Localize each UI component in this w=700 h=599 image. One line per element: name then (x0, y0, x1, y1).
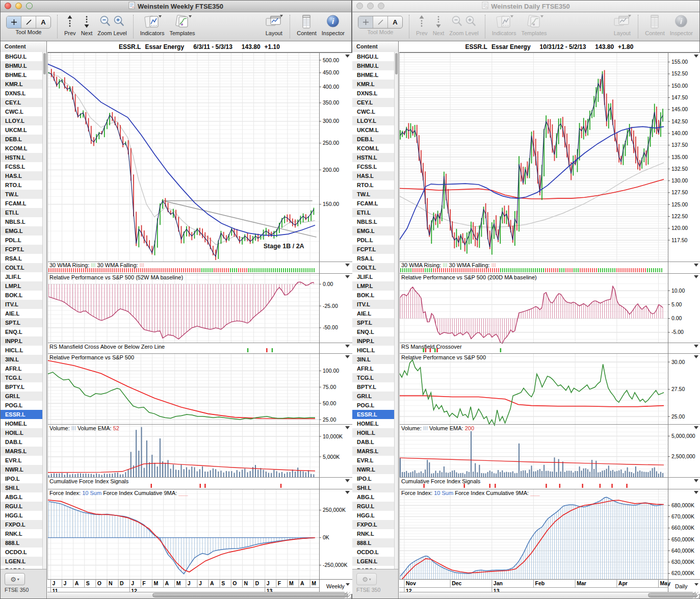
ticker-row[interactable]: BHMU.L (352, 61, 394, 70)
ticker-row[interactable]: ESSR.L (352, 410, 394, 419)
ticker-row[interactable]: HSTN.L (352, 153, 394, 162)
text-tool-button[interactable]: A (36, 16, 50, 28)
ticker-row[interactable]: RTO.L (1, 180, 42, 190)
sidebar-scrollbar[interactable] (394, 52, 398, 569)
ticker-row[interactable]: 888.L (352, 538, 394, 548)
ticker-row[interactable]: FCAM.L (352, 199, 394, 208)
horizontal-scrollbar[interactable] (47, 592, 344, 598)
ticker-row[interactable]: INPP.L (1, 336, 42, 346)
ticker-row[interactable]: SHI.L (352, 483, 394, 492)
ticker-row[interactable]: ABG.L (352, 492, 394, 502)
ticker-row[interactable]: RGU.L (1, 502, 42, 511)
ticker-row[interactable]: CWC.L (1, 107, 42, 116)
pointer-tool-button[interactable] (7, 16, 21, 28)
ticker-row[interactable]: ITV.L (1, 300, 42, 309)
ticker-row[interactable]: RTO.L (352, 180, 394, 190)
chart-canvas[interactable]: Stage 1B / 2A500.00450.00400.00350.00300… (47, 53, 352, 594)
ticker-row[interactable]: 3IN.L (352, 355, 394, 364)
ticker-row[interactable]: CEY.L (352, 98, 394, 107)
ticker-row[interactable]: BOK.L (352, 291, 394, 300)
ticker-row[interactable]: LMP.L (352, 281, 394, 291)
ticker-row[interactable]: LLOY.L (352, 116, 394, 125)
zoom-window-button[interactable] (26, 3, 33, 9)
resize-grip[interactable] (692, 592, 699, 598)
ticker-row[interactable]: TW.L (352, 190, 394, 199)
ticker-row[interactable]: HGG.L (1, 511, 42, 520)
ticker-row[interactable]: NBLS.L (1, 217, 42, 226)
ticker-row[interactable]: NBLS.L (352, 217, 394, 226)
ticker-row[interactable]: LGEN.L (1, 557, 42, 566)
ticker-row[interactable]: BPTY.L (352, 382, 394, 392)
ticker-row[interactable]: BOK.L (1, 291, 42, 300)
inspector-button[interactable]: i Inspector (670, 14, 693, 36)
ticker-row[interactable]: JLIF.L (1, 272, 42, 281)
ticker-row[interactable]: OCDO.L (1, 548, 42, 557)
templates-button[interactable]: Templates (521, 14, 547, 36)
ticker-row[interactable]: HOIL.L (1, 428, 42, 437)
content-button[interactable]: Content (645, 14, 665, 36)
chart-canvas[interactable]: 155.00152.50150.00147.50145.00142.50140.… (399, 53, 700, 594)
ticker-row[interactable]: IPO.L (1, 474, 42, 483)
ticker-row[interactable]: 3IN.L (1, 355, 42, 364)
ticker-row[interactable]: FCPT.L (352, 245, 394, 254)
ticker-row[interactable]: PDL.L (352, 236, 394, 245)
prev-button[interactable]: Prev (416, 14, 428, 36)
ticker-row[interactable]: BHGU.L (1, 52, 42, 61)
ticker-row[interactable]: BPTY.L (1, 382, 42, 392)
layout-button[interactable]: Layout (264, 14, 283, 36)
ticker-row[interactable]: UKCM.L (352, 125, 394, 135)
content-button[interactable]: Content (297, 14, 317, 36)
ticker-row[interactable]: KMR.L (352, 80, 394, 89)
zoom-out-button[interactable] (451, 14, 463, 30)
close-button[interactable] (5, 3, 11, 9)
ticker-row[interactable]: OCDO.L (352, 548, 394, 557)
ticker-row[interactable]: TCG.L (352, 373, 394, 382)
templates-button[interactable]: Templates (169, 14, 195, 36)
ticker-row[interactable]: ESSR.L (1, 410, 42, 419)
ticker-row[interactable]: FXPO.L (352, 520, 394, 529)
ticker-row[interactable]: LLOY.L (1, 116, 42, 125)
minimize-button[interactable] (15, 3, 22, 9)
ticker-row[interactable]: HSTN.L (1, 153, 42, 162)
title-bar[interactable]: Weinstein Weekly FTSE350 (1, 1, 351, 12)
ticker-row[interactable]: ETI.L (1, 208, 42, 217)
ticker-row[interactable]: CWC.L (352, 107, 394, 116)
ticker-row[interactable]: NWR.L (1, 465, 42, 474)
ticker-row[interactable]: FCAM.L (1, 199, 42, 208)
ticker-row[interactable]: HGG.L (352, 511, 394, 520)
ticker-row[interactable]: POG.L (1, 401, 42, 410)
ticker-row[interactable]: COLT.L (352, 263, 394, 272)
horizontal-scrollbar[interactable] (399, 592, 692, 598)
ticker-row[interactable]: HOME.L (352, 419, 394, 428)
ticker-row[interactable]: LMP.L (1, 281, 42, 291)
ticker-row[interactable]: FXPO.L (1, 520, 42, 529)
ticker-row[interactable]: AFR.L (352, 364, 394, 373)
ticker-row[interactable]: TCG.L (1, 373, 42, 382)
ticker-row[interactable]: ITV.L (352, 300, 394, 309)
ticker-row[interactable]: FCSS.L (352, 162, 394, 171)
ticker-row[interactable]: GRI.L (352, 392, 394, 401)
ticker-row[interactable]: HICL.L (1, 346, 42, 355)
ticker-row[interactable]: NWR.L (352, 465, 394, 474)
ticker-row[interactable]: KCOM.L (352, 144, 394, 153)
ticker-row[interactable]: MARS.L (1, 447, 42, 456)
tool-mode-segmented[interactable]: A (6, 16, 51, 29)
ticker-row[interactable]: HAS.L (1, 171, 42, 180)
ticker-row[interactable]: LGEN.L (352, 557, 394, 566)
ticker-row[interactable]: CEY.L (1, 98, 42, 107)
ticker-row[interactable]: DXNS.L (352, 89, 394, 98)
zoom-in-button[interactable] (113, 14, 125, 30)
trendline-tool-button[interactable] (373, 16, 388, 28)
ticker-row[interactable]: ENQ.L (352, 327, 394, 336)
next-button[interactable]: Next (433, 14, 445, 36)
next-button[interactable]: Next (81, 14, 93, 36)
ticker-row[interactable]: AFR.L (1, 364, 42, 373)
ticker-row[interactable]: EVR.L (352, 456, 394, 465)
sidebar-scrollbar[interactable] (42, 52, 46, 569)
ticker-row[interactable]: UKCM.L (1, 125, 42, 135)
ticker-row[interactable]: DAB.L (352, 437, 394, 447)
resize-grip[interactable] (344, 592, 351, 598)
ticker-row[interactable]: HOME.L (1, 419, 42, 428)
ticker-row[interactable]: RNK.L (1, 529, 42, 538)
ticker-row[interactable]: DXNS.L (1, 89, 42, 98)
